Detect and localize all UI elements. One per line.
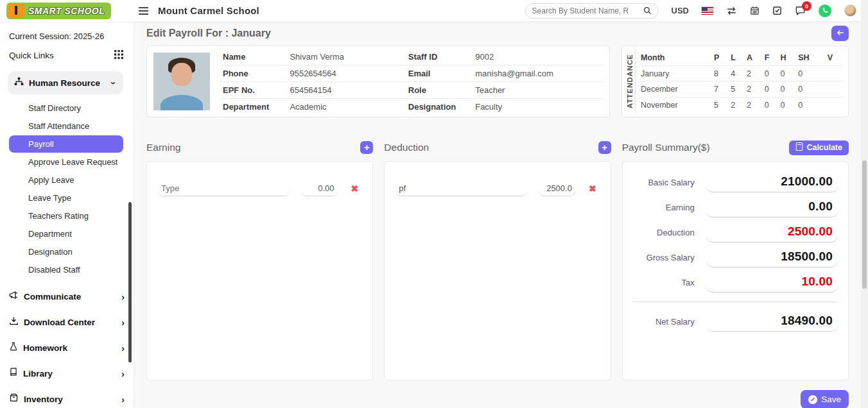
search-icon[interactable] — [643, 6, 652, 15]
sidebar: Current Session: 2025-26 Quick Links Hum… — [0, 21, 134, 408]
summary-row-basic-salary: Basic Salary 21000.00 — [633, 173, 838, 192]
chevron-right-icon: › — [121, 368, 125, 379]
deduction-title: Deduction — [384, 142, 429, 153]
sidebar-item-communicate[interactable]: Communicate › — [8, 284, 134, 309]
table-row: DepartmentAcademic DesignationFaculty — [220, 98, 603, 115]
window-scrollbar-thumb[interactable] — [862, 160, 867, 289]
megaphone-icon — [9, 291, 19, 302]
language-flag-icon[interactable] — [702, 7, 713, 15]
chevron-right-icon: › — [121, 317, 125, 328]
deduction-amount-input[interactable] — [539, 181, 576, 196]
check-circle-icon: ✓ — [808, 395, 817, 404]
window-scrollbar[interactable] — [861, 0, 868, 408]
remove-earning-icon[interactable]: ✖ — [351, 183, 359, 194]
chevron-right-icon: › — [121, 291, 125, 302]
main-content: Edit Payroll For : January NameShivam Ve… — [134, 21, 868, 408]
net-salary-value: 18490.00 — [706, 312, 838, 332]
earning-column: Earning + ✖ — [146, 139, 373, 380]
top-header: SMART SCHOOL Mount Carmel School USD 0 — [0, 0, 868, 21]
sidebar-item-download-center[interactable]: Download Center › — [8, 309, 134, 335]
deduction-type-input[interactable] — [395, 181, 527, 196]
chevron-right-icon: › — [121, 394, 125, 405]
calculate-button[interactable]: Calculate — [789, 140, 849, 155]
staff-info-table: NameShivam Verma Staff ID9002 Phone95526… — [220, 49, 603, 115]
sidebar-item-leave-type[interactable]: Leave Type — [9, 189, 123, 207]
sidebar-item-apply-leave[interactable]: Apply Leave — [9, 171, 123, 189]
basic-salary-value: 21000.00 — [706, 173, 838, 192]
logo[interactable]: SMART SCHOOL — [0, 3, 134, 19]
deduction-value: 2500.00 — [706, 223, 838, 242]
logo-book-icon — [8, 4, 24, 18]
whatsapp-icon[interactable] — [819, 4, 831, 17]
calculator-icon — [795, 142, 803, 153]
earning-title: Earning — [146, 142, 180, 153]
quick-links[interactable]: Quick Links — [8, 49, 134, 69]
sidebar-item-department[interactable]: Department — [9, 225, 123, 242]
remove-deduction-icon[interactable]: ✖ — [589, 183, 596, 194]
earning-amount-input[interactable] — [301, 181, 338, 196]
add-earning-button[interactable]: + — [360, 141, 373, 154]
summary-row-net-salary: Net Salary 18490.00 — [633, 312, 838, 332]
deduction-column: Deduction + ✖ — [384, 139, 611, 380]
earning-type-input[interactable] — [157, 181, 290, 196]
current-session-label: Current Session: 2025-26 — [8, 29, 134, 49]
table-row: January8 42 00 0 — [639, 65, 843, 81]
gross-salary-value: 18500.00 — [706, 248, 838, 268]
user-avatar[interactable] — [844, 4, 856, 17]
arrow-left-icon — [836, 29, 845, 38]
earning-entry-row: ✖ — [157, 181, 362, 196]
messages-icon[interactable]: 0 — [795, 6, 806, 15]
sidebar-item-disabled-staff[interactable]: Disabled Staff — [9, 261, 123, 278]
hr-section-label: Human Resource — [29, 78, 112, 88]
sidebar-item-payroll[interactable]: Payroll — [9, 135, 123, 153]
summary-column: Payroll Summary($) Calculate Basic Salar… — [622, 139, 849, 380]
summary-row-tax: Tax 10.00 — [633, 273, 838, 293]
back-button[interactable] — [831, 26, 849, 41]
sidebar-item-approve-leave-request[interactable]: Approve Leave Request — [9, 153, 123, 171]
quick-links-label: Quick Links — [9, 51, 54, 60]
summary-divider — [633, 302, 838, 302]
table-row: EPF No.654564154 RoleTeacher — [220, 81, 603, 98]
page-title: Edit Payroll For : January — [146, 28, 271, 39]
save-label: Save — [821, 395, 841, 404]
sidebar-item-staff-directory[interactable]: Staff Directory — [9, 99, 123, 117]
task-check-icon[interactable] — [772, 6, 782, 15]
sidebar-item-human-resource[interactable]: Human Resource › — [8, 71, 123, 94]
table-row: Phone9552654564 Emailmanisha@gmail.com — [220, 65, 603, 81]
chevron-down-icon: › — [108, 81, 119, 85]
chevron-right-icon: › — [121, 343, 125, 353]
calendar-icon[interactable] — [750, 6, 759, 15]
school-title: Mount Carmel School — [158, 5, 259, 16]
earning-card: ✖ — [146, 161, 373, 380]
calculate-label: Calculate — [806, 143, 842, 152]
staff-info-card: NameShivam Verma Staff ID9002 Phone95526… — [146, 46, 610, 117]
sidebar-item-teachers-rating[interactable]: Teachers Rating — [9, 207, 123, 225]
sidebar-scrollbar[interactable] — [128, 202, 132, 362]
summary-row-earning: Earning 0.00 — [633, 198, 838, 217]
save-button[interactable]: ✓ Save — [801, 390, 849, 408]
download-icon — [9, 316, 19, 328]
tax-value: 10.00 — [706, 273, 838, 293]
payroll-summary-title: Payroll Summary($) — [622, 142, 710, 153]
currency-label[interactable]: USD — [672, 6, 689, 15]
sidebar-item-designation[interactable]: Designation — [9, 243, 123, 260]
table-header-row: Month P L A F H SH V — [639, 50, 843, 65]
staff-photo — [153, 53, 210, 110]
search-input[interactable] — [532, 6, 643, 15]
deduction-card: ✖ — [384, 161, 611, 380]
sidebar-item-staff-attendance[interactable]: Staff Attendance — [9, 117, 123, 135]
menu-toggle-icon[interactable] — [138, 6, 149, 15]
sidebar-item-inventory[interactable]: Inventory › — [8, 386, 134, 408]
student-search[interactable] — [525, 3, 659, 19]
sidebar-item-library[interactable]: Library › — [8, 361, 134, 386]
add-deduction-button[interactable]: + — [598, 141, 611, 154]
sidebar-item-homework[interactable]: Homework › — [8, 335, 134, 361]
earning-value: 0.00 — [706, 198, 838, 217]
attendance-table: Month P L A F H SH V January8 42 00 0 De… — [639, 50, 843, 113]
table-row: November5 22 00 0 — [639, 98, 843, 113]
swap-arrows-icon[interactable] — [726, 6, 737, 15]
grid-icon[interactable] — [114, 50, 123, 61]
box-icon — [9, 393, 19, 405]
summary-row-deduction: Deduction 2500.00 — [633, 223, 838, 242]
table-row: NameShivam Verma Staff ID9002 — [220, 49, 603, 65]
